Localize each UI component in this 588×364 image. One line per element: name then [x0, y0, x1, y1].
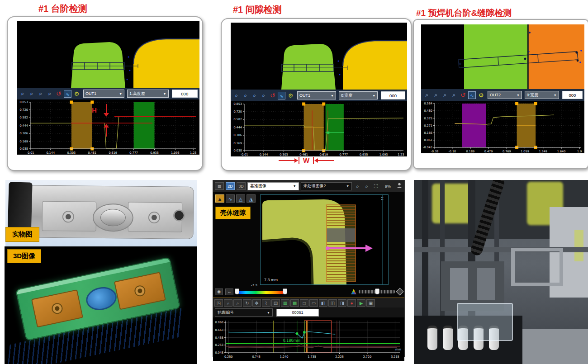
undo-icon[interactable]: ↺: [55, 90, 62, 98]
safety-window: [432, 184, 473, 223]
machine-photo: [414, 180, 588, 364]
svg-text:0.720: 0.720: [19, 108, 28, 112]
zoom-region-icon[interactable]: ⌕: [37, 90, 44, 98]
zoom-out-icon[interactable]: ⌕: [432, 91, 440, 99]
zoom-in-icon[interactable]: ⌕: [19, 90, 26, 98]
zoom-in-icon[interactable]: ⌕: [224, 299, 232, 307]
zoom-fit-icon[interactable]: ⌕: [46, 90, 53, 98]
zoom-region-icon[interactable]: ⌕: [251, 92, 258, 99]
svg-text:0.038: 0.038: [233, 149, 242, 152]
threed-image: 3D图像: [5, 246, 197, 364]
measure-type-select[interactable]: 0:宽度▼: [339, 91, 378, 99]
range-min-handle[interactable]: [235, 288, 239, 294]
waveform-icon[interactable]: ∿: [468, 91, 476, 99]
select-icon[interactable]: ◳: [214, 299, 223, 307]
rotate-icon[interactable]: ↻: [243, 299, 251, 307]
zoom-region-icon[interactable]: ⌕: [441, 91, 449, 99]
svg-text:0.180mm: 0.180mm: [283, 339, 301, 343]
output-select[interactable]: OUT2▼: [488, 91, 522, 99]
range-max-handle[interactable]: [283, 288, 287, 294]
zoom-fit-icon[interactable]: ⌕: [450, 91, 458, 99]
metal-frame: [511, 248, 563, 286]
zoom-out-icon[interactable]: ⌕: [233, 299, 242, 307]
svg-text:1.059: 1.059: [521, 150, 529, 153]
base-image-select[interactable]: 基准图像▼: [247, 182, 299, 190]
user-icon[interactable]: [396, 182, 403, 190]
measure-type-select[interactable]: 0:宽度▼: [525, 91, 559, 99]
target-icon[interactable]: ◉: [215, 288, 223, 295]
actuator-cylinder: [477, 268, 495, 300]
shell-gap-chart: 0.180mmmm0.8680.6630.4580.2530.0480.2500…: [214, 318, 403, 359]
zoom-in-icon[interactable]: ⌕: [354, 183, 361, 189]
fit-scale-icon[interactable]: ◫: [328, 299, 337, 307]
measure-value-field[interactable]: 000: [562, 91, 583, 99]
tab-3d[interactable]: 3D: [237, 182, 246, 190]
zoom-fit-icon[interactable]: ⌕: [260, 92, 267, 99]
fit-rect-icon[interactable]: ◧: [319, 299, 327, 307]
zoom-in-icon[interactable]: ⌕: [232, 92, 240, 99]
pan-icon[interactable]: ✥: [252, 299, 261, 307]
settings-icon[interactable]: ⚙: [477, 91, 485, 99]
profile-line-icon[interactable]: ⌇: [262, 299, 270, 307]
roi-wide-icon[interactable]: ▭: [309, 299, 318, 307]
waveform-view-icon[interactable]: ∿: [226, 194, 235, 203]
svg-text:0.271: 0.271: [424, 124, 432, 128]
threed-oval: [84, 284, 119, 313]
record-icon[interactable]: ●: [347, 299, 356, 307]
grid-icon[interactable]: ▦: [215, 182, 224, 190]
measure-type-value: 0:宽度: [341, 93, 353, 99]
waveform-icon[interactable]: ∿: [278, 92, 285, 99]
waveform-icon[interactable]: ∿: [64, 90, 71, 98]
color-triangle-icon[interactable]: [351, 289, 356, 294]
measure-type-select[interactable]: 1:高度差▼: [127, 90, 168, 98]
zoom-in-icon[interactable]: ⌕: [423, 91, 431, 99]
svg-text:0.253: 0.253: [215, 343, 223, 347]
svg-text:0.048: 0.048: [215, 351, 223, 355]
zoom-out-icon[interactable]: ⌕: [28, 90, 35, 98]
zoom-out-icon[interactable]: ⌕: [363, 183, 370, 189]
settings-icon[interactable]: ⚙: [73, 90, 81, 98]
roi-green-icon[interactable]: ▦: [281, 299, 289, 307]
profile-number-field[interactable]: 00061: [276, 309, 319, 317]
profile-number-select[interactable]: 轮廓编号▼: [215, 308, 273, 317]
tab-2d[interactable]: 2D: [226, 182, 235, 190]
undo-icon[interactable]: ↺: [269, 92, 276, 99]
svg-text:0.061: 0.061: [424, 138, 432, 142]
svg-text:3.215: 3.215: [391, 355, 399, 359]
surface-view-icon[interactable]: ◬: [236, 194, 245, 203]
opacity-slider[interactable]: [359, 290, 395, 293]
svg-text:0.745: 0.745: [252, 355, 261, 359]
chevron-down-icon: ▼: [346, 184, 349, 188]
zoom-level: 9%: [385, 184, 391, 189]
processed-image-select[interactable]: 未处理图像2▼: [301, 182, 352, 190]
chevron-down-icon: ▼: [267, 311, 270, 314]
fullscreen-icon[interactable]: ▪▪ ▪▪: [381, 196, 387, 202]
svg-text:0.461: 0.461: [88, 151, 97, 155]
undo-icon[interactable]: ↺: [459, 91, 467, 99]
diamond-icon[interactable]: [396, 288, 404, 296]
measure-value-field[interactable]: 000: [381, 91, 405, 99]
comb-icon[interactable]: ▤: [271, 299, 280, 307]
roi-empty-icon[interactable]: □: [300, 299, 308, 307]
zoom-fit-icon[interactable]: ⛶: [372, 183, 379, 189]
svg-text:-0.10: -0.10: [448, 150, 456, 153]
measure-value-field[interactable]: 000: [172, 90, 198, 98]
screen-layout-icon[interactable]: ▣: [366, 299, 375, 307]
svg-text:0.935: 0.935: [360, 153, 368, 156]
roi-texture-icon[interactable]: ▩: [290, 299, 299, 307]
slope-view-icon[interactable]: ◮: [247, 194, 256, 203]
output-select[interactable]: OUT1▼: [297, 91, 336, 99]
export-icon[interactable]: ▶: [357, 299, 365, 307]
threed-screw: [51, 302, 63, 315]
output-select[interactable]: OUT1▼: [83, 90, 124, 98]
svg-text:0.479: 0.479: [484, 150, 493, 153]
measure-type-value: 1:高度差: [129, 91, 145, 97]
svg-text:0.144: 0.144: [260, 153, 268, 156]
color-scale-slider[interactable]: -7.3: [236, 288, 286, 295]
settings-icon[interactable]: ⚙: [287, 92, 294, 99]
zoom-out-icon[interactable]: ⌕: [242, 92, 249, 99]
fit-move-icon[interactable]: ◨: [338, 299, 346, 307]
heightmap-icon[interactable]: ▲: [215, 194, 224, 203]
opacity-handle[interactable]: [375, 288, 379, 294]
range-icon[interactable]: ↔: [225, 288, 233, 295]
